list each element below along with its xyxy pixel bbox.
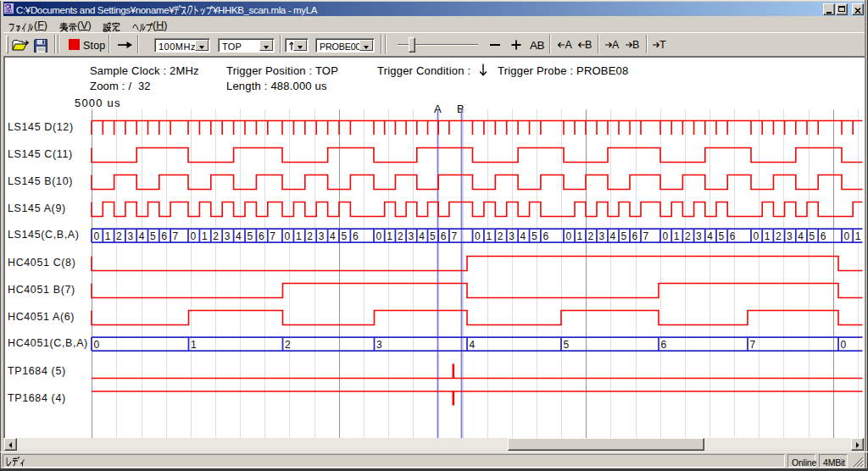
svg-text:0: 0 xyxy=(754,230,760,242)
svg-text:1: 1 xyxy=(486,230,492,242)
svg-text:2: 2 xyxy=(116,230,122,242)
svg-text:0: 0 xyxy=(566,230,572,242)
svg-text:1: 1 xyxy=(674,230,680,242)
svg-text:4: 4 xyxy=(419,230,425,242)
svg-text:6: 6 xyxy=(821,230,826,242)
svg-text:0: 0 xyxy=(285,230,291,242)
svg-text:1: 1 xyxy=(105,230,111,242)
svg-text:3: 3 xyxy=(376,339,382,351)
svg-text:3: 3 xyxy=(509,230,515,242)
svg-text:6: 6 xyxy=(441,230,447,242)
svg-text:0: 0 xyxy=(191,230,197,242)
svg-text:4: 4 xyxy=(139,230,145,242)
svg-text:2: 2 xyxy=(307,230,313,242)
svg-text:7: 7 xyxy=(750,339,756,351)
svg-text:1: 1 xyxy=(296,230,302,242)
svg-text:6: 6 xyxy=(632,230,638,242)
svg-text:5: 5 xyxy=(564,339,570,351)
svg-text:4: 4 xyxy=(707,230,713,242)
svg-text:5: 5 xyxy=(342,230,348,242)
svg-text:3: 3 xyxy=(319,230,325,242)
svg-text:0: 0 xyxy=(663,230,669,242)
svg-text:5: 5 xyxy=(150,230,156,242)
svg-text:2: 2 xyxy=(685,230,691,242)
svg-text:0: 0 xyxy=(844,230,850,242)
svg-text:0: 0 xyxy=(475,230,481,242)
svg-text:3: 3 xyxy=(409,230,415,242)
svg-text:5: 5 xyxy=(621,230,627,242)
svg-text:2: 2 xyxy=(285,339,291,351)
svg-text:1: 1 xyxy=(202,230,208,242)
svg-text:2: 2 xyxy=(776,230,782,242)
svg-text:3: 3 xyxy=(225,230,231,242)
svg-text:0: 0 xyxy=(94,230,100,242)
svg-text:5: 5 xyxy=(810,230,815,242)
svg-text:2: 2 xyxy=(398,230,403,242)
svg-text:6: 6 xyxy=(259,230,264,242)
svg-text:6: 6 xyxy=(661,339,667,351)
svg-text:7: 7 xyxy=(643,230,649,242)
svg-text:4: 4 xyxy=(610,230,616,242)
svg-text:1: 1 xyxy=(855,230,861,242)
svg-text:5: 5 xyxy=(248,230,253,242)
svg-text:6: 6 xyxy=(353,230,359,242)
svg-text:5: 5 xyxy=(430,230,436,242)
svg-text:2: 2 xyxy=(498,230,504,242)
svg-text:1: 1 xyxy=(577,230,583,242)
svg-text:6: 6 xyxy=(161,230,167,242)
svg-text:3: 3 xyxy=(787,230,793,242)
svg-text:2: 2 xyxy=(213,230,219,242)
svg-text:1: 1 xyxy=(191,339,197,351)
svg-text:3: 3 xyxy=(696,230,702,242)
svg-text:4: 4 xyxy=(798,230,804,242)
svg-text:6: 6 xyxy=(730,230,736,242)
svg-text:4: 4 xyxy=(236,230,242,242)
svg-text:7: 7 xyxy=(270,230,275,242)
svg-text:0: 0 xyxy=(841,339,847,351)
svg-text:6: 6 xyxy=(542,230,548,242)
svg-text:4: 4 xyxy=(330,230,336,242)
svg-text:7: 7 xyxy=(173,230,179,242)
svg-text:5: 5 xyxy=(719,230,725,242)
svg-text:7: 7 xyxy=(451,230,457,242)
svg-text:1: 1 xyxy=(387,230,392,242)
svg-text:2: 2 xyxy=(588,230,594,242)
svg-text:3: 3 xyxy=(599,230,605,242)
svg-text:1: 1 xyxy=(765,230,771,242)
svg-text:4: 4 xyxy=(470,339,476,351)
svg-text:5: 5 xyxy=(531,230,537,242)
svg-text:4: 4 xyxy=(520,230,526,242)
svg-text:0: 0 xyxy=(376,230,382,242)
svg-text:3: 3 xyxy=(127,230,133,242)
svg-text:0: 0 xyxy=(94,339,100,351)
